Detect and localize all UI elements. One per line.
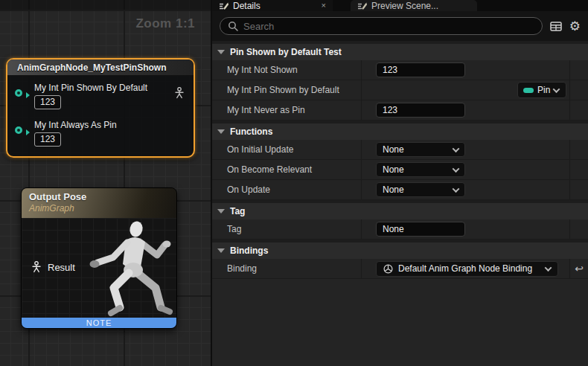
search-box[interactable]	[220, 17, 543, 35]
tab-bar: Details × Preview Scene...	[212, 0, 588, 11]
chevron-down-icon	[453, 185, 460, 193]
binding-icon	[383, 264, 393, 274]
note-text: NOTE	[86, 318, 112, 327]
pin-pill-icon	[523, 88, 534, 93]
tab-preview-scene[interactable]: Preview Scene...	[351, 0, 477, 11]
node-pin-row: My Int Always As Pin 123	[7, 120, 194, 147]
pin-visibility-dropdown[interactable]: Pin	[517, 82, 566, 98]
result-pose-pin[interactable]: Result	[31, 261, 75, 273]
on-become-relevant-select[interactable]: None	[376, 162, 465, 177]
category-tag[interactable]: Tag	[212, 200, 588, 219]
tag-input[interactable]	[376, 222, 465, 237]
pose-person-icon	[31, 261, 42, 273]
reset-to-default-icon[interactable]: ↩	[575, 263, 584, 274]
row-tag: Tag	[212, 219, 588, 240]
category-pin-shown-by-default-test[interactable]: Pin Shown by Default Test	[212, 41, 588, 60]
expand-arrow-icon	[217, 248, 225, 253]
tab-label: Preview Scene...	[371, 1, 438, 11]
pin-default-value[interactable]: 123	[34, 95, 61, 109]
chevron-down-icon	[453, 165, 460, 173]
zoom-level-indicator: Zoom 1:1	[135, 16, 195, 31]
node-title: Output Pose	[29, 191, 169, 202]
running-mannequin-figure	[80, 218, 175, 318]
result-pin-label: Result	[48, 262, 75, 273]
row-my-int-never-as-pin: My Int Never as Pin	[212, 100, 588, 121]
row-on-initial-update: On Initial Update None	[212, 140, 588, 160]
chevron-down-icon	[453, 145, 460, 152]
binding-dropdown[interactable]: Default Anim Graph Node Binding	[376, 261, 558, 277]
select-value: None	[383, 164, 404, 175]
output-pose-node[interactable]: Output Pose AnimGraph	[21, 187, 177, 329]
int-pin-icon[interactable]	[15, 126, 22, 134]
row-on-update: On Update None	[212, 180, 588, 200]
settings-gear-icon[interactable]: ⚙	[569, 20, 581, 33]
node-title: AnimGraphNode_MyTestPinShown	[17, 62, 166, 73]
preview-tab-icon	[357, 1, 367, 10]
expand-arrow-icon	[217, 129, 225, 134]
anim-graph-test-node[interactable]: AnimGraphNode_MyTestPinShown My Int Pin …	[6, 58, 195, 158]
pose-watch-person-icon[interactable]	[174, 87, 185, 102]
category-bindings[interactable]: Bindings	[212, 240, 588, 259]
chevron-down-icon	[553, 86, 560, 93]
category-functions[interactable]: Functions	[212, 121, 588, 140]
search-row: ⚙	[212, 11, 588, 41]
row-binding: Binding Default Anim Graph Node Binding …	[212, 259, 588, 279]
row-my-int-not-shown: My Int Not Shown	[212, 60, 588, 80]
search-icon	[228, 21, 238, 31]
node-header[interactable]: AnimGraphNode_MyTestPinShown	[7, 60, 194, 76]
graph-canvas[interactable]: Zoom 1:1 AnimGraphNode_MyTestPinShown My…	[0, 0, 211, 366]
details-panel: Details × Preview Scene...	[212, 0, 588, 366]
note-bubble[interactable]: NOTE	[22, 318, 176, 328]
details-tab-icon	[219, 1, 229, 10]
node-body: Result	[22, 218, 176, 318]
int-pin-icon[interactable]	[15, 89, 22, 97]
row-my-int-pin-shown-by-default: My Int Pin Shown by Default Pin	[212, 80, 588, 100]
my-int-never-as-pin-input[interactable]	[376, 103, 465, 118]
select-value: None	[383, 144, 404, 155]
binding-value: Default Anim Graph Node Binding	[398, 263, 532, 274]
tab-details[interactable]: Details ×	[212, 0, 333, 11]
pin-default-value[interactable]: 123	[34, 132, 61, 147]
node-pin-row: My Int Pin Shown By Default 123	[7, 83, 194, 109]
display-options-icon[interactable]	[550, 22, 562, 31]
pin-dropdown-value: Pin	[537, 85, 550, 95]
node-header[interactable]: Output Pose AnimGraph	[22, 188, 176, 218]
my-int-not-shown-input[interactable]	[376, 62, 465, 77]
search-input[interactable]	[243, 21, 534, 32]
select-value: None	[383, 184, 404, 195]
chevron-down-icon	[545, 264, 552, 272]
expand-arrow-icon	[217, 50, 225, 54]
close-icon[interactable]: ×	[322, 1, 326, 10]
row-on-become-relevant: On Become Relevant None	[212, 160, 588, 180]
on-initial-update-select[interactable]: None	[376, 142, 465, 157]
expand-arrow-icon	[217, 209, 225, 214]
pin-label: My Int Always As Pin	[34, 120, 186, 130]
pin-label: My Int Pin Shown By Default	[34, 83, 186, 93]
on-update-select[interactable]: None	[376, 182, 465, 197]
graph-top-shade	[0, 0, 211, 10]
node-subtitle: AnimGraph	[29, 203, 169, 214]
anim-blueprint-editor: Zoom 1:1 AnimGraphNode_MyTestPinShown My…	[0, 0, 588, 366]
tab-label: Details	[233, 1, 261, 11]
